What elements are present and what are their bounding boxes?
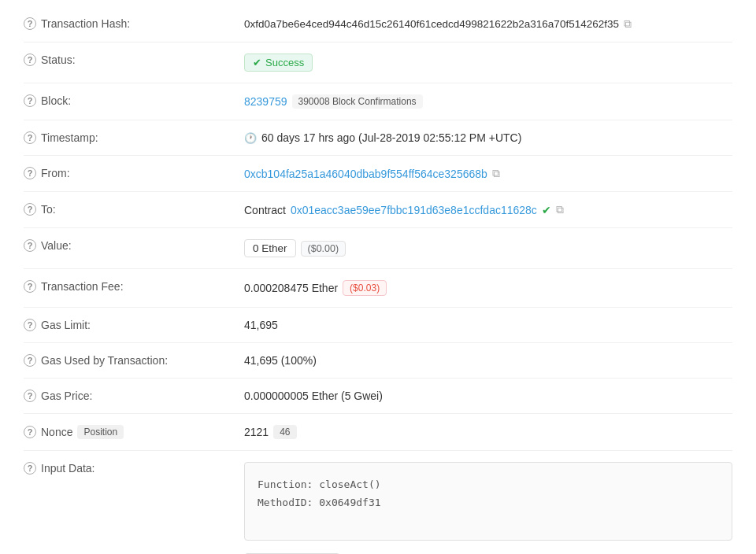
gas-price-help-icon[interactable]: ? <box>24 390 36 402</box>
status-label: ? Status: <box>24 54 244 66</box>
gas-used-label: ? Gas Used by Transaction: <box>24 354 244 367</box>
gas-limit-label-text: Gas Limit: <box>41 319 91 331</box>
input-data-line2: MethodID: 0x0649df31 <box>258 493 719 512</box>
to-label: ? To: <box>24 203 244 216</box>
gas-price-value: 0.000000005 Ether (5 Gwei) <box>244 390 732 402</box>
value-value: 0 Ether ($0.00) <box>244 239 732 257</box>
block-label: ? Block: <box>24 94 244 107</box>
gas-used-text: 41,695 (100%) <box>244 354 317 367</box>
input-data-label: ? Input Data: <box>24 462 244 475</box>
ether-value-text: 0 Ether <box>253 242 287 254</box>
from-row: ? From: 0xcb104fa25a1a46040dbab9f554ff56… <box>24 156 732 192</box>
nonce-label: ? Nonce Position <box>24 425 244 439</box>
transaction-hash-label: ? Transaction Hash: <box>24 17 244 30</box>
gas-price-label-text: Gas Price: <box>41 390 92 402</box>
to-value: Contract 0x01eacc3ae59ee7fbbc191d63e8e1c… <box>244 203 732 216</box>
transaction-fee-label: ? Transaction Fee: <box>24 280 244 293</box>
block-help-icon[interactable]: ? <box>24 94 36 107</box>
transaction-fee-help-icon[interactable]: ? <box>24 280 36 293</box>
gas-used-label-text: Gas Used by Transaction: <box>41 354 168 367</box>
value-label-text: Value: <box>41 239 72 252</box>
timestamp-help-icon[interactable]: ? <box>24 131 36 144</box>
position-badge: Position <box>77 425 124 439</box>
status-label-text: Status: <box>41 54 76 66</box>
timestamp-label-text: Timestamp: <box>41 131 98 144</box>
transaction-hash-row: ? Transaction Hash: 0xfd0a7be6e4ced944c4… <box>24 6 732 42</box>
from-label: ? From: <box>24 167 244 179</box>
gas-limit-text: 41,695 <box>244 319 278 331</box>
block-row: ? Block: 8239759 390008 Block Confirmati… <box>24 83 732 120</box>
gas-used-row: ? Gas Used by Transaction: 41,695 (100%) <box>24 343 732 379</box>
status-badge: ✔ Success <box>244 54 313 72</box>
nonce-help-icon[interactable]: ? <box>24 426 36 438</box>
gas-limit-help-icon[interactable]: ? <box>24 319 36 331</box>
usd-value-badge: ($0.00) <box>301 241 346 257</box>
ether-value-badge: 0 Ether <box>244 239 296 257</box>
input-data-line1: Function: closeAct() <box>258 475 719 493</box>
input-data-box: Function: closeAct() MethodID: 0x0649df3… <box>244 462 732 541</box>
input-data-value: Function: closeAct() MethodID: 0x0649df3… <box>244 462 732 554</box>
verified-icon: ✔ <box>542 204 551 216</box>
from-label-text: From: <box>41 167 70 179</box>
timestamp-text: 60 days 17 hrs ago (Jul-28-2019 02:55:12… <box>261 131 521 144</box>
status-value: ✔ Success <box>244 54 732 72</box>
gas-limit-value: 41,695 <box>244 319 732 331</box>
from-value: 0xcb104fa25a1a46040dbab9f554ff564ce32566… <box>244 167 732 180</box>
clock-icon: 🕐 <box>244 132 257 144</box>
block-confirmations: 390008 Block Confirmations <box>292 94 423 109</box>
to-label-text: To: <box>41 203 56 216</box>
value-row: ? Value: 0 Ether ($0.00) <box>24 228 732 269</box>
timestamp-row: ? Timestamp: 🕐 60 days 17 hrs ago (Jul-2… <box>24 120 732 156</box>
check-icon: ✔ <box>253 57 261 68</box>
gas-price-row: ? Gas Price: 0.000000005 Ether (5 Gwei) <box>24 379 732 414</box>
timestamp-label: ? Timestamp: <box>24 131 244 144</box>
nonce-label-text: Nonce <box>41 426 72 438</box>
nonce-text: 2121 <box>244 426 269 438</box>
input-data-row: ? Input Data: Function: closeAct() Metho… <box>24 451 732 554</box>
transaction-fee-row: ? Transaction Fee: 0.000208475 Ether ($0… <box>24 269 732 308</box>
value-label: ? Value: <box>24 239 244 252</box>
from-address-link[interactable]: 0xcb104fa25a1a46040dbab9f554ff564ce32566… <box>244 168 487 180</box>
timestamp-value: 🕐 60 days 17 hrs ago (Jul-28-2019 02:55:… <box>244 131 732 144</box>
input-data-help-icon[interactable]: ? <box>24 462 36 475</box>
gas-limit-row: ? Gas Limit: 41,695 <box>24 308 732 343</box>
status-row: ? Status: ✔ Success <box>24 42 732 83</box>
copy-from-icon[interactable]: ⧉ <box>492 167 500 180</box>
copy-hash-icon[interactable]: ⧉ <box>624 17 632 31</box>
status-help-icon[interactable]: ? <box>24 54 36 66</box>
copy-to-icon[interactable]: ⧉ <box>556 203 564 216</box>
transaction-hash-value: 0xfd0a7be6e4ced944c46d15c26140f61cedcd49… <box>244 17 732 31</box>
input-data-label-text: Input Data: <box>41 462 95 475</box>
from-help-icon[interactable]: ? <box>24 167 36 179</box>
transaction-hash-help-icon[interactable]: ? <box>24 17 36 30</box>
gas-price-text: 0.000000005 Ether (5 Gwei) <box>244 390 383 402</box>
to-address-link[interactable]: 0x01eacc3ae59ee7fbbc191d63e8e1ccfdac1162… <box>291 204 537 216</box>
gas-used-help-icon[interactable]: ? <box>24 354 36 367</box>
transaction-fee-label-text: Transaction Fee: <box>41 280 124 293</box>
to-row: ? To: Contract 0x01eacc3ae59ee7fbbc191d6… <box>24 192 732 228</box>
transaction-hash-label-text: Transaction Hash: <box>41 17 130 30</box>
nonce-row: ? Nonce Position 2121 46 <box>24 414 732 451</box>
block-value: 8239759 390008 Block Confirmations <box>244 94 732 109</box>
block-number-link[interactable]: 8239759 <box>244 95 287 108</box>
value-help-icon[interactable]: ? <box>24 239 36 252</box>
gas-price-label: ? Gas Price: <box>24 390 244 402</box>
gas-limit-label: ? Gas Limit: <box>24 319 244 331</box>
fee-usd-badge: ($0.03) <box>343 280 387 296</box>
status-badge-text: Success <box>265 57 304 68</box>
transaction-fee-value: 0.000208475 Ether ($0.03) <box>244 280 732 296</box>
transaction-details: ? Transaction Hash: 0xfd0a7be6e4ced944c4… <box>0 0 756 554</box>
gas-used-value: 41,695 (100%) <box>244 354 732 367</box>
to-help-icon[interactable]: ? <box>24 203 36 216</box>
fee-ether-text: 0.000208475 Ether <box>244 282 338 294</box>
transaction-hash-text: 0xfd0a7be6e4ced944c46d15c26140f61cedcd49… <box>244 18 619 30</box>
nonce-position-value: 46 <box>273 425 296 439</box>
nonce-value: 2121 46 <box>244 425 732 439</box>
block-label-text: Block: <box>41 94 71 107</box>
to-prefix: Contract <box>244 204 286 216</box>
